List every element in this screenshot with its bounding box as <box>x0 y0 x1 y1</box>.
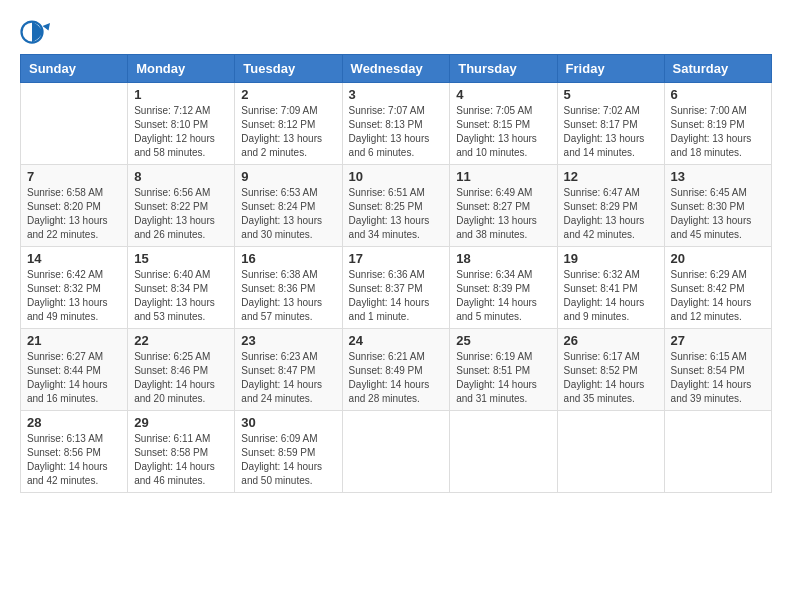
day-info: Sunrise: 6:29 AM Sunset: 8:42 PM Dayligh… <box>671 268 765 324</box>
day-info: Sunrise: 6:34 AM Sunset: 8:39 PM Dayligh… <box>456 268 550 324</box>
day-number: 18 <box>456 251 550 266</box>
day-info: Sunrise: 6:09 AM Sunset: 8:59 PM Dayligh… <box>241 432 335 488</box>
calendar-cell: 22Sunrise: 6:25 AM Sunset: 8:46 PM Dayli… <box>128 329 235 411</box>
day-info: Sunrise: 7:00 AM Sunset: 8:19 PM Dayligh… <box>671 104 765 160</box>
day-number: 25 <box>456 333 550 348</box>
calendar-week-5: 28Sunrise: 6:13 AM Sunset: 8:56 PM Dayli… <box>21 411 772 493</box>
day-header-wednesday: Wednesday <box>342 55 450 83</box>
day-number: 21 <box>27 333 121 348</box>
calendar-header-row: SundayMondayTuesdayWednesdayThursdayFrid… <box>21 55 772 83</box>
calendar-cell: 21Sunrise: 6:27 AM Sunset: 8:44 PM Dayli… <box>21 329 128 411</box>
calendar-cell <box>342 411 450 493</box>
day-number: 26 <box>564 333 658 348</box>
calendar-cell: 9Sunrise: 6:53 AM Sunset: 8:24 PM Daylig… <box>235 165 342 247</box>
day-info: Sunrise: 6:49 AM Sunset: 8:27 PM Dayligh… <box>456 186 550 242</box>
calendar-cell: 23Sunrise: 6:23 AM Sunset: 8:47 PM Dayli… <box>235 329 342 411</box>
day-number: 13 <box>671 169 765 184</box>
day-number: 17 <box>349 251 444 266</box>
day-info: Sunrise: 6:32 AM Sunset: 8:41 PM Dayligh… <box>564 268 658 324</box>
calendar-week-2: 7Sunrise: 6:58 AM Sunset: 8:20 PM Daylig… <box>21 165 772 247</box>
calendar-cell: 7Sunrise: 6:58 AM Sunset: 8:20 PM Daylig… <box>21 165 128 247</box>
calendar-cell: 28Sunrise: 6:13 AM Sunset: 8:56 PM Dayli… <box>21 411 128 493</box>
calendar-table: SundayMondayTuesdayWednesdayThursdayFrid… <box>20 54 772 493</box>
day-info: Sunrise: 6:47 AM Sunset: 8:29 PM Dayligh… <box>564 186 658 242</box>
calendar-cell: 26Sunrise: 6:17 AM Sunset: 8:52 PM Dayli… <box>557 329 664 411</box>
day-header-thursday: Thursday <box>450 55 557 83</box>
day-number: 19 <box>564 251 658 266</box>
calendar-cell: 3Sunrise: 7:07 AM Sunset: 8:13 PM Daylig… <box>342 83 450 165</box>
day-number: 9 <box>241 169 335 184</box>
calendar-cell: 2Sunrise: 7:09 AM Sunset: 8:12 PM Daylig… <box>235 83 342 165</box>
day-info: Sunrise: 6:25 AM Sunset: 8:46 PM Dayligh… <box>134 350 228 406</box>
calendar-cell: 5Sunrise: 7:02 AM Sunset: 8:17 PM Daylig… <box>557 83 664 165</box>
calendar-week-1: 1Sunrise: 7:12 AM Sunset: 8:10 PM Daylig… <box>21 83 772 165</box>
calendar-header: SundayMondayTuesdayWednesdayThursdayFrid… <box>21 55 772 83</box>
calendar-cell: 1Sunrise: 7:12 AM Sunset: 8:10 PM Daylig… <box>128 83 235 165</box>
day-info: Sunrise: 6:27 AM Sunset: 8:44 PM Dayligh… <box>27 350 121 406</box>
day-info: Sunrise: 6:21 AM Sunset: 8:49 PM Dayligh… <box>349 350 444 406</box>
calendar-cell <box>557 411 664 493</box>
calendar-cell: 24Sunrise: 6:21 AM Sunset: 8:49 PM Dayli… <box>342 329 450 411</box>
day-info: Sunrise: 6:11 AM Sunset: 8:58 PM Dayligh… <box>134 432 228 488</box>
day-info: Sunrise: 6:51 AM Sunset: 8:25 PM Dayligh… <box>349 186 444 242</box>
day-number: 29 <box>134 415 228 430</box>
day-number: 12 <box>564 169 658 184</box>
day-info: Sunrise: 6:38 AM Sunset: 8:36 PM Dayligh… <box>241 268 335 324</box>
day-number: 27 <box>671 333 765 348</box>
calendar-week-3: 14Sunrise: 6:42 AM Sunset: 8:32 PM Dayli… <box>21 247 772 329</box>
day-info: Sunrise: 6:19 AM Sunset: 8:51 PM Dayligh… <box>456 350 550 406</box>
day-header-tuesday: Tuesday <box>235 55 342 83</box>
day-number: 5 <box>564 87 658 102</box>
day-number: 11 <box>456 169 550 184</box>
calendar-cell: 27Sunrise: 6:15 AM Sunset: 8:54 PM Dayli… <box>664 329 771 411</box>
calendar-body: 1Sunrise: 7:12 AM Sunset: 8:10 PM Daylig… <box>21 83 772 493</box>
day-number: 30 <box>241 415 335 430</box>
day-info: Sunrise: 6:23 AM Sunset: 8:47 PM Dayligh… <box>241 350 335 406</box>
calendar-cell: 4Sunrise: 7:05 AM Sunset: 8:15 PM Daylig… <box>450 83 557 165</box>
calendar-cell: 20Sunrise: 6:29 AM Sunset: 8:42 PM Dayli… <box>664 247 771 329</box>
day-number: 24 <box>349 333 444 348</box>
calendar-cell: 30Sunrise: 6:09 AM Sunset: 8:59 PM Dayli… <box>235 411 342 493</box>
calendar-cell: 8Sunrise: 6:56 AM Sunset: 8:22 PM Daylig… <box>128 165 235 247</box>
day-number: 22 <box>134 333 228 348</box>
day-header-sunday: Sunday <box>21 55 128 83</box>
calendar-cell <box>21 83 128 165</box>
calendar-cell <box>450 411 557 493</box>
page-header <box>20 20 772 44</box>
day-header-friday: Friday <box>557 55 664 83</box>
day-info: Sunrise: 6:45 AM Sunset: 8:30 PM Dayligh… <box>671 186 765 242</box>
day-number: 1 <box>134 87 228 102</box>
day-number: 7 <box>27 169 121 184</box>
day-info: Sunrise: 6:53 AM Sunset: 8:24 PM Dayligh… <box>241 186 335 242</box>
day-header-saturday: Saturday <box>664 55 771 83</box>
day-info: Sunrise: 7:05 AM Sunset: 8:15 PM Dayligh… <box>456 104 550 160</box>
calendar-cell: 11Sunrise: 6:49 AM Sunset: 8:27 PM Dayli… <box>450 165 557 247</box>
day-number: 23 <box>241 333 335 348</box>
day-number: 8 <box>134 169 228 184</box>
day-number: 28 <box>27 415 121 430</box>
day-info: Sunrise: 6:58 AM Sunset: 8:20 PM Dayligh… <box>27 186 121 242</box>
day-number: 6 <box>671 87 765 102</box>
day-number: 10 <box>349 169 444 184</box>
calendar-cell: 6Sunrise: 7:00 AM Sunset: 8:19 PM Daylig… <box>664 83 771 165</box>
day-info: Sunrise: 7:09 AM Sunset: 8:12 PM Dayligh… <box>241 104 335 160</box>
day-info: Sunrise: 7:02 AM Sunset: 8:17 PM Dayligh… <box>564 104 658 160</box>
logo <box>20 20 54 44</box>
calendar-cell: 12Sunrise: 6:47 AM Sunset: 8:29 PM Dayli… <box>557 165 664 247</box>
day-info: Sunrise: 6:13 AM Sunset: 8:56 PM Dayligh… <box>27 432 121 488</box>
day-info: Sunrise: 6:56 AM Sunset: 8:22 PM Dayligh… <box>134 186 228 242</box>
day-info: Sunrise: 6:42 AM Sunset: 8:32 PM Dayligh… <box>27 268 121 324</box>
logo-icon <box>20 20 50 44</box>
day-info: Sunrise: 7:07 AM Sunset: 8:13 PM Dayligh… <box>349 104 444 160</box>
calendar-cell: 14Sunrise: 6:42 AM Sunset: 8:32 PM Dayli… <box>21 247 128 329</box>
day-header-monday: Monday <box>128 55 235 83</box>
calendar-cell: 15Sunrise: 6:40 AM Sunset: 8:34 PM Dayli… <box>128 247 235 329</box>
calendar-cell: 29Sunrise: 6:11 AM Sunset: 8:58 PM Dayli… <box>128 411 235 493</box>
calendar-cell: 13Sunrise: 6:45 AM Sunset: 8:30 PM Dayli… <box>664 165 771 247</box>
day-number: 2 <box>241 87 335 102</box>
day-number: 20 <box>671 251 765 266</box>
day-number: 14 <box>27 251 121 266</box>
day-number: 16 <box>241 251 335 266</box>
day-info: Sunrise: 7:12 AM Sunset: 8:10 PM Dayligh… <box>134 104 228 160</box>
day-number: 15 <box>134 251 228 266</box>
